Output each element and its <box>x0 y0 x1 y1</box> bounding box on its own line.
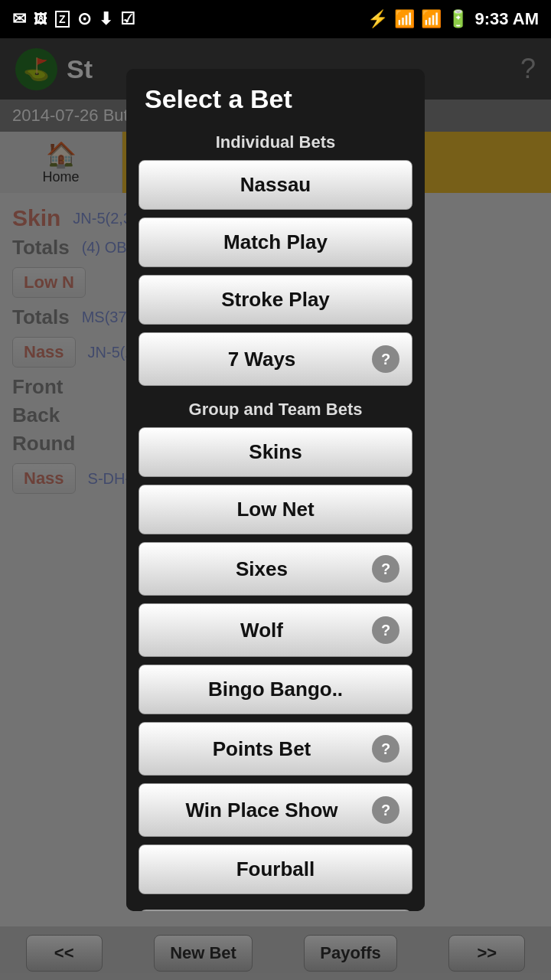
image-icon: 🖼 <box>34 11 47 28</box>
bingo-bango-label: Bingo Bango.. <box>152 678 399 701</box>
points-bet-help-icon[interactable]: ? <box>372 735 399 763</box>
modal-body: Individual Bets Nassau Match Play Stroke… <box>126 126 425 903</box>
win-place-show-label: Win Place Show <box>152 799 372 822</box>
sixes-button[interactable]: Sixes ? <box>139 542 412 596</box>
individual-bets-label: Individual Bets <box>139 126 412 160</box>
app-background: ⛳ St ? 2014-07-26 Butterfield Silver (S=… <box>0 38 551 980</box>
low-net-button[interactable]: Low Net <box>139 485 412 534</box>
modal-title: Select a Bet <box>126 69 425 126</box>
win-place-show-button[interactable]: Win Place Show ? <box>139 783 412 837</box>
low-net-label: Low Net <box>152 498 399 521</box>
select-bet-modal: Select a Bet Individual Bets Nassau Matc… <box>126 69 425 911</box>
sixes-help-icon[interactable]: ? <box>372 555 399 583</box>
wifi-icon: 📶 <box>394 9 415 29</box>
time-display: 9:33 AM <box>474 9 539 29</box>
stroke-play-button[interactable]: Stroke Play <box>139 275 412 325</box>
modal-footer: Cancel <box>126 903 425 911</box>
bingo-bango-button[interactable]: Bingo Bango.. <box>139 665 412 714</box>
status-bar-icons: ✉ 🖼 Z ⊙ ⬇ ☑ <box>12 9 135 29</box>
wolf-button[interactable]: Wolf ? <box>139 603 412 657</box>
check-icon: ☑ <box>120 9 135 29</box>
nassau-label: Nassau <box>152 173 399 197</box>
wolf-help-icon[interactable]: ? <box>372 616 399 644</box>
match-play-label: Match Play <box>152 230 399 254</box>
zone-icon: Z <box>55 11 70 28</box>
stroke-play-label: Stroke Play <box>152 288 399 312</box>
status-bar-right: ⚡ 📶 📶 🔋 9:33 AM <box>367 9 539 29</box>
7-ways-help-icon[interactable]: ? <box>372 345 399 373</box>
win-place-show-help-icon[interactable]: ? <box>372 796 399 824</box>
points-bet-label: Points Bet <box>152 737 372 761</box>
bluetooth-icon: ⚡ <box>367 9 388 29</box>
signal-icon: 📶 <box>421 9 442 29</box>
nassau-button[interactable]: Nassau <box>139 160 412 210</box>
7-ways-label: 7 Ways <box>152 348 372 371</box>
points-bet-button[interactable]: Points Bet ? <box>139 722 412 776</box>
match-play-button[interactable]: Match Play <box>139 217 412 267</box>
email-icon: ✉ <box>12 9 26 29</box>
skins-button[interactable]: Skins <box>139 427 412 477</box>
wolf-label: Wolf <box>152 619 372 642</box>
modal-overlay: Select a Bet Individual Bets Nassau Matc… <box>0 38 551 980</box>
7-ways-button[interactable]: 7 Ways ? <box>139 332 412 386</box>
cancel-button[interactable]: Cancel <box>139 910 412 911</box>
group-team-bets-label: Group and Team Bets <box>139 394 412 427</box>
download-icon: ⬇ <box>99 9 112 29</box>
sixes-label: Sixes <box>152 557 372 581</box>
battery-icon: 🔋 <box>448 9 468 29</box>
fourball-button[interactable]: Fourball <box>139 844 412 894</box>
skins-label: Skins <box>152 440 399 464</box>
fourball-label: Fourball <box>152 858 399 881</box>
voicemail-icon: ⊙ <box>77 9 91 29</box>
status-bar: ✉ 🖼 Z ⊙ ⬇ ☑ ⚡ 📶 📶 🔋 9:33 AM <box>0 0 551 38</box>
